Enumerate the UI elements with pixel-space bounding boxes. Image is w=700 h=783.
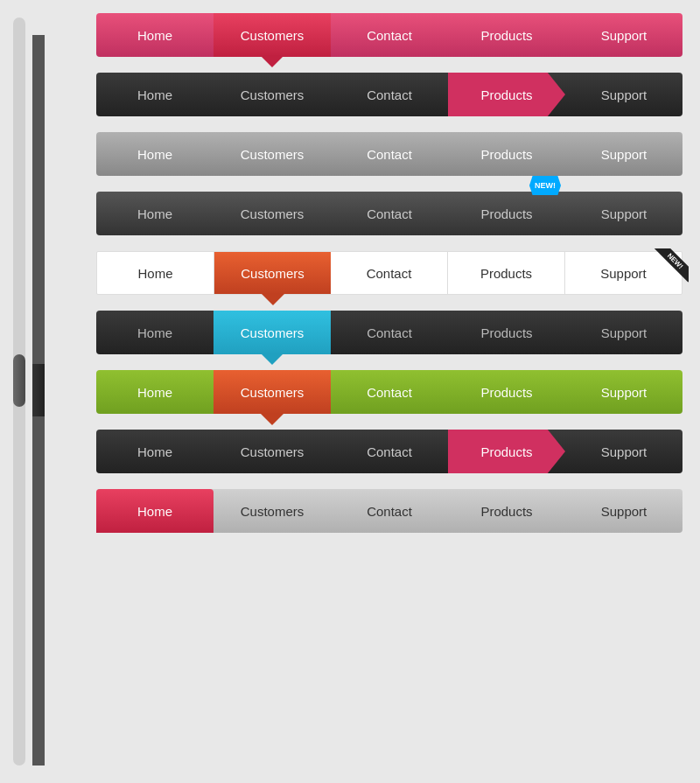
nav6-support[interactable]: Support — [565, 311, 682, 354]
new-ribbon: NEW! — [645, 248, 689, 292]
nav1-home[interactable]: Home — [96, 13, 214, 57]
nav6-products[interactable]: Products — [448, 311, 565, 354]
main-content: Home Customers Contact Products Support … — [88, 0, 700, 783]
scrollbar-track-dark[interactable] — [32, 35, 45, 766]
navbar-3: Home Customers Contact Products Support — [96, 132, 682, 176]
nav4-products[interactable]: NEW! Products — [448, 192, 565, 235]
nav9-home[interactable]: Home — [96, 489, 214, 533]
scrollbar-track-light[interactable] — [13, 17, 25, 766]
nav1-products[interactable]: Products — [448, 13, 565, 57]
nav4-contact[interactable]: Contact — [331, 192, 448, 235]
navbar-5: Home Customers Contact Products Support … — [96, 251, 682, 295]
nav1-contact[interactable]: Contact — [331, 13, 448, 57]
navbar-1: Home Customers Contact Products Support — [96, 13, 682, 57]
nav9-support[interactable]: Support — [565, 489, 682, 533]
nav3-home[interactable]: Home — [96, 132, 214, 176]
scrollbar-thumb-dark[interactable] — [32, 364, 45, 416]
nav7-support[interactable]: Support — [565, 370, 682, 414]
nav2-contact[interactable]: Contact — [331, 73, 448, 116]
nav3-customers[interactable]: Customers — [214, 132, 331, 176]
nav8-products[interactable]: Products — [448, 430, 565, 473]
nav6-contact[interactable]: Contact — [331, 311, 448, 354]
nav6-home[interactable]: Home — [96, 311, 214, 354]
nav4-home[interactable]: Home — [96, 192, 214, 235]
scrollbar-area — [0, 0, 88, 783]
nav4-support[interactable]: Support — [565, 192, 682, 235]
scrollbar-thumb-light[interactable] — [13, 354, 25, 407]
nav7-customers[interactable]: Customers — [214, 370, 331, 414]
nav8-support[interactable]: Support — [565, 430, 682, 473]
nav1-customers[interactable]: Customers — [214, 13, 331, 57]
nav2-customers[interactable]: Customers — [214, 73, 331, 116]
new-badge: NEW! — [529, 176, 561, 195]
navbar-4: Home Customers Contact NEW! Products Sup… — [96, 192, 682, 235]
nav7-contact[interactable]: Contact — [331, 370, 448, 414]
nav5-home[interactable]: Home — [97, 252, 214, 294]
navbar-6: Home Customers Contact Products Support — [96, 311, 682, 354]
nav7-home[interactable]: Home — [96, 370, 214, 414]
nav3-contact[interactable]: Contact — [331, 132, 448, 176]
nav8-customers[interactable]: Customers — [214, 430, 331, 473]
nav9-products[interactable]: Products — [448, 489, 565, 533]
nav8-contact[interactable]: Contact — [331, 430, 448, 473]
nav2-support[interactable]: Support — [565, 73, 682, 116]
nav7-products[interactable]: Products — [448, 370, 565, 414]
nav9-customers[interactable]: Customers — [214, 489, 331, 533]
nav8-home[interactable]: Home — [96, 430, 214, 473]
nav2-home[interactable]: Home — [96, 73, 214, 116]
navbar-9: Home Customers Contact Products Support — [96, 489, 682, 533]
nav3-support[interactable]: Support — [565, 132, 682, 176]
nav4-customers[interactable]: Customers — [214, 192, 331, 235]
nav5-customers[interactable]: Customers — [214, 252, 331, 294]
nav5-support[interactable]: Support NEW! — [565, 252, 682, 294]
nav5-contact[interactable]: Contact — [331, 252, 448, 294]
new-ribbon-label: NEW! — [654, 248, 689, 283]
navbar-2: Home Customers Contact Products Support — [96, 73, 682, 116]
nav5-products[interactable]: Products — [448, 252, 565, 294]
nav1-support[interactable]: Support — [565, 13, 682, 57]
navbar-7: Home Customers Contact Products Support — [96, 370, 682, 414]
nav3-products[interactable]: Products — [448, 132, 565, 176]
nav6-customers[interactable]: Customers — [214, 311, 331, 354]
nav2-products[interactable]: Products — [448, 73, 565, 116]
nav9-contact[interactable]: Contact — [331, 489, 448, 533]
navbar-8: Home Customers Contact Products Support — [96, 430, 682, 473]
